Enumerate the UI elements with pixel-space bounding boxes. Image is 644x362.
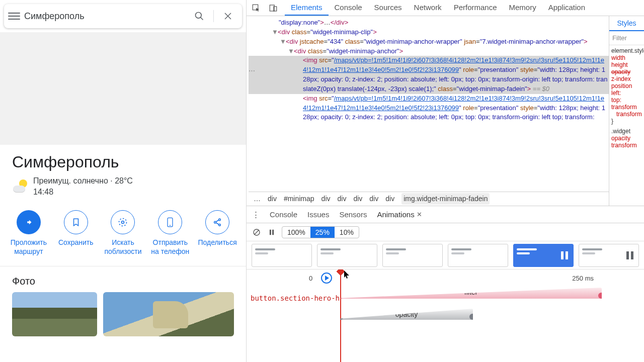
crumb[interactable]: div [321,194,331,204]
crumb[interactable]: div [353,194,362,204]
track-row: button.section-hero-h filter [247,288,644,309]
anim-group[interactable] [448,244,508,267]
anim-group[interactable] [382,244,443,267]
svg-line-1 [201,18,203,20]
weather-text: Преимущ. солнечно · 28°C 14:48 [33,175,133,197]
timeline-play-icon[interactable] [321,273,332,284]
save-button[interactable]: Сохранить [52,210,100,256]
photo-thumb[interactable] [12,292,97,336]
tab-performance[interactable]: Performance [448,0,503,16]
bookmark-icon [64,210,88,234]
drawer-tab-sensors[interactable]: Sensors [339,210,367,219]
styles-panel: Styles Filter element.style { width heig… [609,16,644,206]
search-icon[interactable] [189,6,209,26]
tab-memory[interactable]: Memory [503,0,542,16]
directions-label: Проложитьмаршрут [11,238,47,256]
track-label: button.section-hero-h [247,294,340,302]
device-icon[interactable] [268,3,279,14]
phone-icon [158,210,182,234]
selected-marker: == $0 [531,85,549,93]
svg-point-0 [196,13,202,19]
img-class: widget-minimap-fadein [459,85,525,93]
crumb[interactable]: div [338,194,347,204]
elements-panel[interactable]: ⋯ "display:none">…</div> ▼<div class="wi… [247,16,609,206]
ellipsis-icon: ⋯ [249,66,255,76]
weather: Преимущ. солнечно · 28°C 14:48 [12,175,234,197]
share-icon [205,210,229,234]
menu-icon[interactable] [8,10,20,22]
devtools-main: ⋯ "display:none">…</div> ▼<div class="wi… [247,16,644,206]
pause-icon[interactable] [267,227,277,237]
animations-toolbar: 100% 25% 10% [247,223,644,241]
cursor-icon [344,270,350,279]
weather-desc: Преимущ. солнечно [33,176,108,185]
styles-tab[interactable]: Styles [609,16,644,31]
anim-group[interactable] [252,244,312,267]
devtools: Elements Console Sources Network Perform… [247,0,644,362]
search-input[interactable] [24,11,185,22]
breadcrumbs[interactable]: … div #minimap div div div div div img.w… [249,192,609,206]
crumb[interactable]: … [254,194,261,204]
close-icon[interactable] [218,6,238,26]
anim-group[interactable] [317,244,377,267]
photo-thumb[interactable] [103,292,234,336]
search-bar [4,4,242,28]
styles-filter[interactable]: Filter [609,31,644,45]
keyframe[interactable] [469,314,475,320]
devtools-drawer: ⋮ Console Issues Sensors Animations ✕ 10… [247,206,644,362]
speed-25[interactable]: 25% [310,227,335,238]
weather-temp: 28°C [115,176,133,185]
tab-console[interactable]: Console [329,0,368,16]
timeline-zero: 0 [309,275,312,282]
place-title: Симферополь [12,153,234,171]
track-name: filter [464,288,477,296]
anim-group[interactable] [579,244,639,267]
share-button[interactable]: Поделиться [194,210,241,256]
speed-toggle[interactable]: 100% 25% 10% [282,226,359,238]
svg-point-4 [122,221,124,224]
devtools-toolbar: Elements Console Sources Network Perform… [247,0,644,16]
tab-elements[interactable]: Elements [285,0,329,16]
svg-line-11 [216,220,219,222]
track-filter[interactable]: filter [340,288,602,299]
inspect-icon[interactable] [251,3,262,14]
styles-rules[interactable]: element.style { width height opacity z-i… [609,45,644,151]
tab-sources[interactable]: Sources [368,0,408,16]
devtools-tabs: Elements Console Sources Network Perform… [285,0,591,16]
animation-groups [247,241,644,269]
send-button[interactable]: Отправитьна телефон [146,210,194,256]
crumb[interactable]: div [385,194,394,204]
photos-row [0,292,246,348]
directions-button[interactable]: Проложитьмаршрут [5,210,52,256]
close-icon[interactable]: ✕ [417,211,422,218]
nearby-label: Искатьпоблизости [104,238,141,256]
svg-point-5 [119,219,127,226]
tab-application[interactable]: Application [542,0,591,16]
drawer-tab-console[interactable]: Console [270,210,297,219]
track-row: opacity [247,309,644,330]
nearby-button[interactable]: Искатьпоблизости [100,210,147,256]
keyframe[interactable] [338,314,344,320]
tab-network[interactable]: Network [408,0,448,16]
speed-100[interactable]: 100% [282,227,310,238]
send-label: Отправитьна телефон [151,238,189,256]
crumb-current[interactable]: img.widget-minimap-fadein [401,193,490,204]
drawer-tab-issues[interactable]: Issues [307,210,329,219]
directions-icon [17,210,41,234]
crumb[interactable]: #minimap [284,194,314,204]
svg-line-12 [216,223,219,225]
nearby-icon [111,210,135,234]
keyframe[interactable] [598,293,604,299]
weather-time: 14:48 [33,188,53,196]
drawer-tabs: ⋮ Console Issues Sensors Animations ✕ [247,206,644,223]
drawer-tab-animations[interactable]: Animations ✕ [377,210,422,219]
clear-icon[interactable] [252,227,262,237]
crumb[interactable]: div [268,194,277,204]
speed-10[interactable]: 10% [335,227,359,238]
crumb[interactable]: div [369,194,378,204]
save-label: Сохранить [58,238,94,247]
track-opacity[interactable]: opacity [340,309,473,320]
anim-group-selected[interactable] [513,244,574,267]
kebab-icon[interactable]: ⋮ [252,210,260,219]
animation-timeline[interactable]: 0 250 ms button.section-hero-h filter [247,269,644,362]
